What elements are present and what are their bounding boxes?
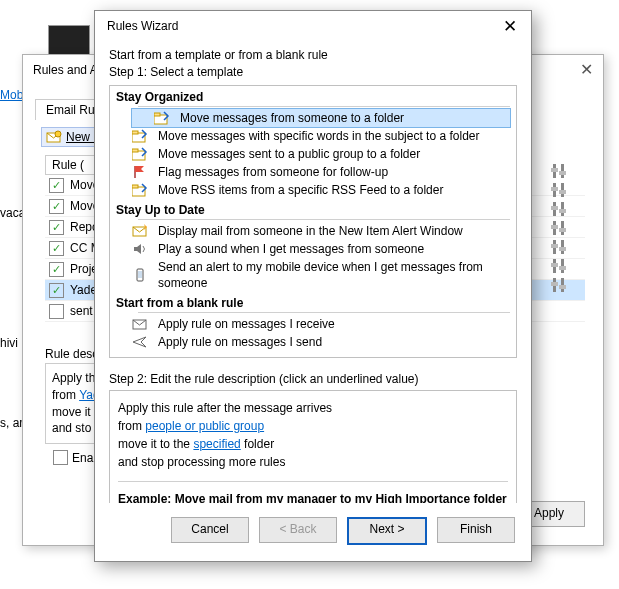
- divider: [138, 312, 510, 313]
- action-icon: [551, 182, 567, 198]
- wizard-intro-line1: Start from a template or from a blank ru…: [109, 47, 517, 64]
- template-blank-receive[interactable]: Apply rule on messages I receive: [110, 315, 516, 333]
- template-label: Apply rule on messages I send: [158, 334, 322, 350]
- link-fragment[interactable]: Mob: [0, 88, 23, 102]
- specified-folder-link[interactable]: specified: [193, 437, 240, 451]
- template-label: Flag messages from someone for follow-up: [158, 164, 388, 180]
- desc-example: Example: Move mail from my manager to my…: [118, 481, 508, 503]
- finish-button[interactable]: Finish: [437, 517, 515, 543]
- svg-rect-28: [551, 282, 558, 286]
- checkbox-icon[interactable]: ✓: [49, 241, 64, 256]
- template-blank-send[interactable]: Apply rule on messages I send: [110, 333, 516, 351]
- photo-thumbnail: [48, 25, 90, 55]
- svg-rect-12: [551, 206, 558, 210]
- template-label: Move messages with specific words in the…: [158, 128, 479, 144]
- action-icon: [551, 163, 567, 179]
- new-rule-icon: [46, 130, 62, 144]
- svg-rect-29: [559, 285, 566, 289]
- close-icon[interactable]: ✕: [499, 16, 521, 37]
- template-move-words-subject[interactable]: Move messages with specific words in the…: [110, 127, 516, 145]
- svg-rect-5: [559, 171, 566, 175]
- template-new-item-alert[interactable]: Display mail from someone in the New Ite…: [110, 222, 516, 240]
- template-flag-followup[interactable]: Flag messages from someone for follow-up: [110, 163, 516, 181]
- folder-move-icon: [154, 111, 170, 125]
- template-label: Move messages sent to a public group to …: [158, 146, 420, 162]
- svg-rect-24: [551, 263, 558, 267]
- svg-rect-25: [559, 266, 566, 270]
- checkbox-icon[interactable]: ✓: [49, 178, 64, 193]
- svg-rect-16: [551, 225, 558, 229]
- divider: [138, 106, 510, 107]
- rules-wizard-dialog: Rules Wizard ✕ Start from a template or …: [94, 10, 532, 562]
- send-icon: [132, 335, 148, 349]
- folder-move-icon: [132, 183, 148, 197]
- folder-move-icon: [132, 147, 148, 161]
- checkbox-icon[interactable]: ✓: [49, 283, 64, 298]
- divider: [138, 219, 510, 220]
- template-move-from-someone[interactable]: Move messages from someone to a folder: [131, 108, 511, 128]
- section-from-blank: Start from a blank rule: [110, 296, 516, 310]
- back-button: < Back: [259, 517, 337, 543]
- rule-description-panel: Apply this rule after the message arrive…: [109, 390, 517, 503]
- desc-line: from people or public group: [118, 417, 508, 435]
- step2-label: Step 2: Edit the rule description (click…: [109, 372, 517, 386]
- svg-rect-17: [559, 228, 566, 232]
- rules-table-header[interactable]: Rule (: [45, 155, 101, 175]
- template-move-public-group[interactable]: Move messages sent to a public group to …: [110, 145, 516, 163]
- checkbox-icon[interactable]: ✓: [49, 220, 64, 235]
- svg-rect-35: [132, 149, 138, 152]
- sound-icon: [132, 242, 148, 256]
- text-fragment: hivi: [0, 336, 18, 350]
- svg-rect-20: [551, 244, 558, 248]
- svg-point-1: [55, 131, 61, 137]
- close-icon[interactable]: ✕: [580, 55, 593, 85]
- template-play-sound[interactable]: Play a sound when I get messages from so…: [110, 240, 516, 258]
- envelope-icon: [132, 317, 148, 331]
- alert-window-icon: [132, 224, 148, 238]
- people-or-group-link[interactable]: people or public group: [145, 419, 264, 433]
- checkbox-icon[interactable]: ✓: [49, 262, 64, 277]
- dialog-title: Rules and A: [33, 55, 98, 85]
- folder-move-icon: [132, 129, 148, 143]
- cancel-button[interactable]: Cancel: [171, 517, 249, 543]
- action-icon: [551, 239, 567, 255]
- checkbox-icon[interactable]: [49, 304, 64, 319]
- template-label: Move RSS items from a specific RSS Feed …: [158, 182, 443, 198]
- template-list: Stay Organized Move messages from someon…: [109, 85, 517, 358]
- svg-rect-41: [138, 271, 142, 278]
- svg-rect-9: [559, 190, 566, 194]
- section-stay-organized: Stay Organized: [110, 90, 516, 104]
- desc-line: Apply this rule after the message arrive…: [118, 399, 508, 417]
- action-icon: [551, 220, 567, 236]
- template-label: Apply rule on messages I receive: [158, 316, 335, 332]
- template-move-rss[interactable]: Move RSS items from a specific RSS Feed …: [110, 181, 516, 199]
- svg-rect-13: [559, 209, 566, 213]
- svg-rect-37: [132, 185, 138, 188]
- action-icon: [551, 277, 567, 293]
- svg-rect-21: [559, 247, 566, 251]
- flag-icon: [132, 165, 148, 179]
- template-label: Move messages from someone to a folder: [180, 110, 404, 126]
- action-icon: [551, 258, 567, 274]
- dialog-title: Rules Wizard: [107, 19, 178, 33]
- svg-rect-8: [551, 187, 558, 191]
- template-mobile-alert[interactable]: Send an alert to my mobile device when I…: [110, 258, 516, 292]
- mobile-icon: [132, 268, 148, 282]
- template-label: Send an alert to my mobile device when I…: [158, 259, 510, 291]
- desc-line: move it to the specified folder: [118, 435, 508, 453]
- section-stay-uptodate: Stay Up to Date: [110, 203, 516, 217]
- template-label: Play a sound when I get messages from so…: [158, 241, 424, 257]
- text-fragment: s, ar: [0, 416, 23, 430]
- next-button[interactable]: Next >: [347, 517, 427, 545]
- rule-action-icons: [551, 163, 571, 296]
- svg-rect-4: [551, 168, 558, 172]
- wizard-button-row: Cancel < Back Next > Finish: [95, 503, 531, 561]
- svg-rect-33: [132, 131, 138, 134]
- action-icon: [551, 201, 567, 217]
- checkbox-icon[interactable]: ✓: [49, 199, 64, 214]
- checkbox-icon[interactable]: [53, 450, 68, 465]
- desc-line: and stop processing more rules: [118, 453, 508, 471]
- wizard-intro-line2: Step 1: Select a template: [109, 64, 517, 81]
- template-label: Display mail from someone in the New Ite…: [158, 223, 463, 239]
- svg-rect-31: [154, 113, 160, 116]
